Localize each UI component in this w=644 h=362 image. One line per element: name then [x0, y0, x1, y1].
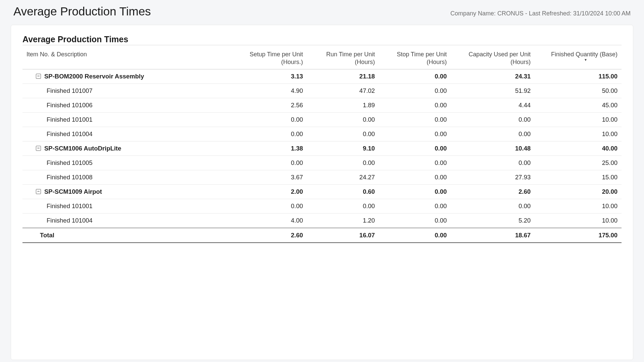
cell-stop: 0.00 [379, 69, 451, 83]
table-row: Finished 1010062.561.890.004.4445.00 [22, 98, 622, 112]
cell-qty: 15.00 [535, 170, 622, 184]
row-label: Finished 101004 [26, 130, 93, 137]
total-label: Total [26, 232, 54, 239]
cell-cap: 0.00 [451, 127, 535, 141]
cell-stop: 0.00 [379, 199, 451, 213]
cell-cap: 27.93 [451, 170, 535, 184]
cell-setup: 0.00 [226, 199, 307, 213]
cell-setup: 1.38 [226, 141, 307, 156]
col-qty[interactable]: Finished Quantity (Base) ▼ [535, 45, 622, 69]
sort-desc-icon: ▼ [539, 58, 618, 62]
cell-run: 24.27 [307, 170, 379, 184]
cell-stop: 0.00 [379, 127, 451, 141]
cell-qty: 45.00 [535, 98, 622, 112]
cell-qty: 10.00 [535, 127, 622, 141]
production-table: Item No. & Description Setup Time per Un… [22, 45, 622, 243]
col-stop[interactable]: Stop Time per Unit (Hours) [379, 45, 451, 69]
table-row: Finished 1010050.000.000.000.0025.00 [22, 156, 622, 170]
row-label: Finished 101001 [26, 116, 93, 123]
cell-cap: 18.67 [451, 228, 535, 243]
cell-setup: 2.56 [226, 98, 307, 112]
cell-setup: 0.00 [226, 112, 307, 127]
table-row: Finished 1010044.001.200.005.2010.00 [22, 213, 622, 228]
cell-cap: 2.60 [451, 184, 535, 199]
group-label: SP-SCM1006 AutoDripLite [44, 145, 121, 152]
cell-stop: 0.00 [379, 156, 451, 170]
table-row: Finished 1010040.000.000.000.0010.00 [22, 127, 622, 141]
table-row[interactable]: SP-SCM1006 AutoDripLite1.389.100.0010.48… [22, 141, 622, 156]
cell-qty: 115.00 [535, 69, 622, 83]
cell-run: 0.00 [307, 127, 379, 141]
cell-run: 1.89 [307, 98, 379, 112]
cell-stop: 0.00 [379, 228, 451, 243]
cell-cap: 0.00 [451, 156, 535, 170]
group-label: SP-SCM1009 Airpot [44, 188, 102, 195]
cell-run: 1.20 [307, 213, 379, 228]
cell-run: 0.60 [307, 184, 379, 199]
cell-run: 16.07 [307, 228, 379, 243]
cell-setup: 2.60 [226, 228, 307, 243]
cell-stop: 0.00 [379, 98, 451, 112]
report-card: Average Production Times Item No. & Desc… [11, 25, 633, 360]
table-row: Finished 1010083.6724.270.0027.9315.00 [22, 170, 622, 184]
cell-cap: 0.00 [451, 112, 535, 127]
row-label: Finished 101005 [26, 159, 93, 166]
cell-run: 0.00 [307, 156, 379, 170]
row-label: Finished 101007 [26, 87, 93, 94]
cell-setup: 0.00 [226, 127, 307, 141]
page-header: Average Production Times Company Name: C… [11, 5, 633, 18]
col-cap[interactable]: Capacity Used per Unit (Hours) [451, 45, 535, 69]
cell-run: 0.00 [307, 199, 379, 213]
cell-setup: 2.00 [226, 184, 307, 199]
cell-qty: 50.00 [535, 83, 622, 98]
cell-cap: 51.92 [451, 83, 535, 98]
cell-qty: 10.00 [535, 112, 622, 127]
cell-setup: 4.90 [226, 83, 307, 98]
refresh-meta: Company Name: CRONUS - Last Refreshed: 3… [450, 10, 631, 17]
cell-stop: 0.00 [379, 141, 451, 156]
cell-stop: 0.00 [379, 83, 451, 98]
collapse-icon[interactable] [36, 189, 41, 194]
cell-run: 21.18 [307, 69, 379, 83]
col-item[interactable]: Item No. & Description [22, 45, 226, 69]
group-label: SP-BOM2000 Reservoir Assembly [44, 73, 144, 80]
cell-qty: 175.00 [535, 228, 622, 243]
cell-run: 9.10 [307, 141, 379, 156]
cell-setup: 3.13 [226, 69, 307, 83]
table-row: Total2.6016.070.0018.67175.00 [22, 228, 622, 243]
table-row: Finished 1010010.000.000.000.0010.00 [22, 112, 622, 127]
collapse-icon[interactable] [36, 146, 41, 151]
row-label: Finished 101006 [26, 102, 93, 109]
cell-cap: 10.48 [451, 141, 535, 156]
cell-qty: 25.00 [535, 156, 622, 170]
row-label: Finished 101001 [26, 202, 93, 209]
cell-stop: 0.00 [379, 112, 451, 127]
card-title: Average Production Times [22, 35, 622, 44]
cell-cap: 4.44 [451, 98, 535, 112]
table-row: Finished 1010074.9047.020.0051.9250.00 [22, 83, 622, 98]
cell-setup: 0.00 [226, 156, 307, 170]
collapse-icon[interactable] [36, 74, 41, 79]
table-row[interactable]: SP-BOM2000 Reservoir Assembly3.1321.180.… [22, 69, 622, 83]
cell-cap: 24.31 [451, 69, 535, 83]
col-setup[interactable]: Setup Time per Unit (Hours.) [226, 45, 307, 69]
cell-setup: 3.67 [226, 170, 307, 184]
cell-qty: 40.00 [535, 141, 622, 156]
col-run[interactable]: Run Time per Unit (Hours) [307, 45, 379, 69]
cell-setup: 4.00 [226, 213, 307, 228]
cell-qty: 10.00 [535, 199, 622, 213]
cell-qty: 20.00 [535, 184, 622, 199]
cell-run: 47.02 [307, 83, 379, 98]
table-row: Finished 1010010.000.000.000.0010.00 [22, 199, 622, 213]
cell-cap: 5.20 [451, 213, 535, 228]
row-label: Finished 101004 [26, 217, 93, 224]
cell-qty: 10.00 [535, 213, 622, 228]
header-row: Item No. & Description Setup Time per Un… [22, 45, 622, 69]
col-qty-label: Finished Quantity (Base) [551, 51, 618, 58]
cell-cap: 0.00 [451, 199, 535, 213]
cell-stop: 0.00 [379, 213, 451, 228]
page-title: Average Production Times [13, 5, 151, 18]
cell-run: 0.00 [307, 112, 379, 127]
table-row[interactable]: SP-SCM1009 Airpot2.000.600.002.6020.00 [22, 184, 622, 199]
cell-stop: 0.00 [379, 184, 451, 199]
